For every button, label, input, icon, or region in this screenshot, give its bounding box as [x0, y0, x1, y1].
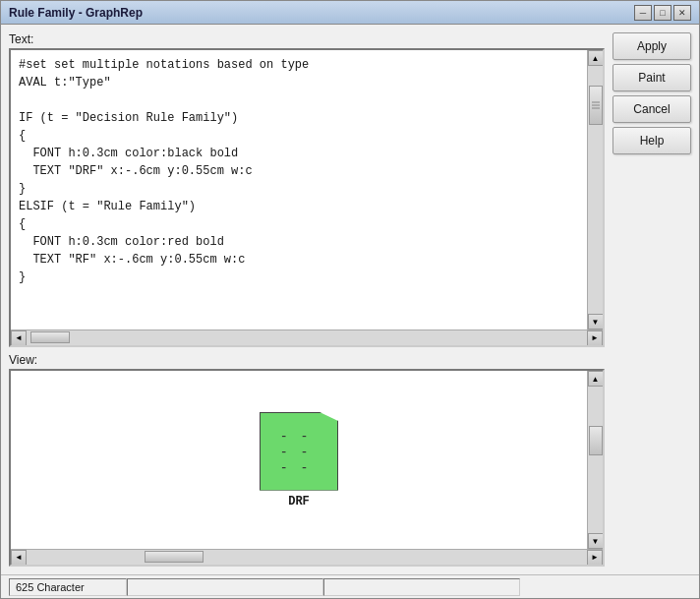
- scroll-track[interactable]: [588, 66, 604, 314]
- left-panel: Text: ▲: [9, 32, 605, 567]
- close-button[interactable]: ✕: [673, 5, 691, 21]
- scroll-down-button[interactable]: ▼: [588, 314, 604, 329]
- main-row: Text: ▲: [9, 32, 691, 567]
- apply-button[interactable]: Apply: [612, 32, 691, 60]
- scroll-thumb[interactable]: [589, 86, 603, 125]
- h-scroll-track[interactable]: [27, 330, 587, 346]
- text-area-wrapper: ▲: [11, 50, 603, 329]
- view-scroll-left-button[interactable]: ◄: [11, 550, 27, 566]
- node-dashes: - - - - - -: [280, 428, 319, 475]
- view-scroll-container: - - - - - - DRF ▲ ▼: [9, 369, 605, 567]
- text-scroll-container: ▲: [9, 48, 605, 347]
- grip-line-2: [592, 105, 600, 106]
- view-label: View:: [9, 353, 605, 367]
- help-button[interactable]: Help: [612, 127, 691, 154]
- view-scrollbar-vertical: ▲ ▼: [587, 371, 603, 549]
- view-area-wrapper: - - - - - - DRF ▲ ▼: [11, 371, 603, 549]
- scroll-left-button[interactable]: ◄: [11, 330, 27, 346]
- view-v-thumb[interactable]: [589, 426, 603, 455]
- minimize-button[interactable]: ─: [634, 5, 652, 21]
- view-scrollbar-horizontal: ◄ ►: [11, 549, 603, 565]
- text-section: Text: ▲: [9, 32, 605, 347]
- scroll-up-button[interactable]: ▲: [588, 50, 604, 66]
- char-count-status: 625 Character: [9, 578, 127, 596]
- view-scroll-down-button[interactable]: ▼: [588, 533, 604, 549]
- window-title: Rule Family - GraphRep: [9, 6, 143, 20]
- status-segment-3: [323, 578, 520, 596]
- title-bar-buttons: ─ □ ✕: [634, 5, 691, 21]
- text-scrollbar-horizontal: ◄ ►: [11, 329, 603, 345]
- scroll-right-button[interactable]: ►: [587, 330, 603, 346]
- view-canvas: - - - - - - DRF: [11, 371, 587, 549]
- h-scroll-thumb[interactable]: [30, 331, 70, 343]
- node-shape: - - - - - - DRF: [260, 412, 338, 509]
- view-scroll-up-button[interactable]: ▲: [588, 371, 604, 387]
- maximize-button[interactable]: □: [654, 5, 671, 21]
- status-bar: 625 Character: [1, 574, 699, 598]
- node-label: DRF: [288, 495, 310, 509]
- view-v-track[interactable]: [588, 387, 604, 533]
- view-h-track[interactable]: [27, 550, 587, 566]
- window: Rule Family - GraphRep ─ □ ✕ Text: ▲: [0, 0, 700, 599]
- status-segment-2: [127, 578, 323, 596]
- paint-button[interactable]: Paint: [612, 64, 691, 91]
- node-body: - - - - - -: [260, 412, 338, 491]
- scroll-grip: [592, 102, 600, 109]
- view-section: View: - - - - - - DRF: [9, 353, 605, 567]
- grip-line-1: [592, 102, 600, 103]
- view-h-thumb[interactable]: [145, 551, 204, 563]
- cancel-button[interactable]: Cancel: [612, 95, 691, 123]
- grip-line-3: [592, 108, 600, 109]
- text-label: Text:: [9, 32, 605, 46]
- view-scroll-right-button[interactable]: ►: [587, 550, 603, 566]
- text-scrollbar-vertical: ▲: [587, 50, 603, 329]
- title-bar: Rule Family - GraphRep ─ □ ✕: [1, 1, 699, 25]
- right-buttons: Apply Paint Cancel Help: [612, 32, 691, 567]
- code-textarea[interactable]: [11, 50, 587, 329]
- content-area: Text: ▲: [1, 25, 699, 574]
